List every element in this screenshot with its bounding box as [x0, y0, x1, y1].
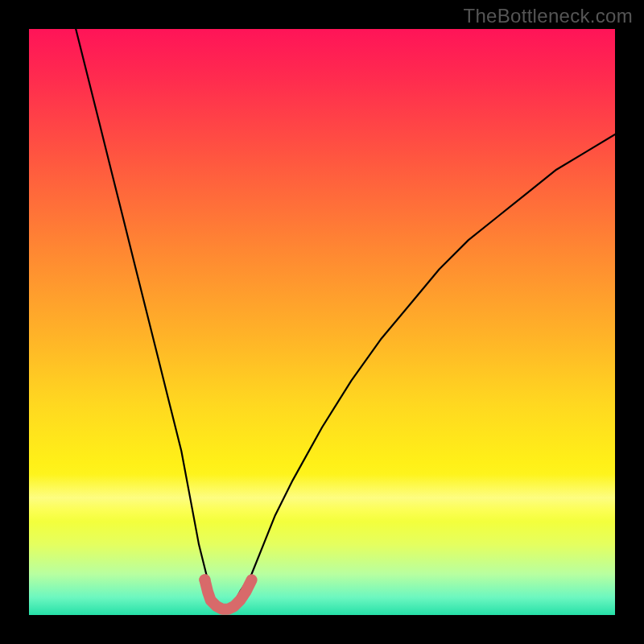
chart-area: [29, 29, 615, 615]
watermark-text: TheBottleneck.com: [463, 5, 633, 27]
highlight-curve: [204, 580, 251, 609]
chart-svg: [29, 29, 615, 615]
main-curve: [76, 29, 615, 609]
highlight-dot: [199, 574, 210, 585]
